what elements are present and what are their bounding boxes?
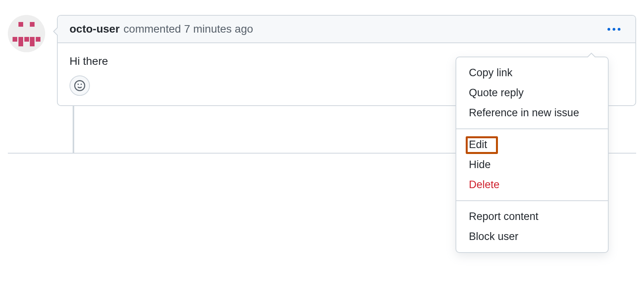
comment-action: commented 7 minutes ago — [124, 23, 253, 35]
comment-header-text: octo-user commented 7 minutes ago — [70, 23, 253, 35]
menu-edit[interactable]: Edit — [456, 135, 608, 155]
avatar-identicon — [8, 15, 45, 52]
comment-actions-menu: Copy link Quote reply Reference in new i… — [456, 57, 609, 253]
add-reaction-button[interactable] — [70, 75, 90, 96]
comment-author[interactable]: octo-user — [70, 23, 120, 35]
dropdown-caret — [587, 53, 596, 57]
menu-block-user[interactable]: Block user — [456, 227, 608, 247]
comment-header: octo-user commented 7 minutes ago — [58, 16, 635, 43]
menu-section-2: Edit Hide Delete — [456, 129, 608, 200]
menu-edit-label: Edit — [469, 139, 487, 150]
kebab-menu-button[interactable] — [604, 25, 624, 34]
comment-arrow — [53, 27, 58, 36]
menu-reference-new-issue[interactable]: Reference in new issue — [456, 103, 608, 123]
smiley-icon — [74, 80, 85, 91]
comment-action-word: commented — [124, 23, 181, 35]
menu-quote-reply[interactable]: Quote reply — [456, 83, 608, 103]
menu-section-3: Report content Block user — [456, 201, 608, 252]
menu-hide[interactable]: Hide — [456, 155, 608, 175]
menu-delete[interactable]: Delete — [456, 175, 608, 195]
menu-copy-link[interactable]: Copy link — [456, 63, 608, 83]
comment-timestamp[interactable]: 7 minutes ago — [184, 23, 253, 35]
menu-section-1: Copy link Quote reply Reference in new i… — [456, 57, 608, 128]
menu-report-content[interactable]: Report content — [456, 207, 608, 227]
avatar[interactable] — [8, 15, 45, 52]
kebab-icon — [607, 28, 620, 31]
